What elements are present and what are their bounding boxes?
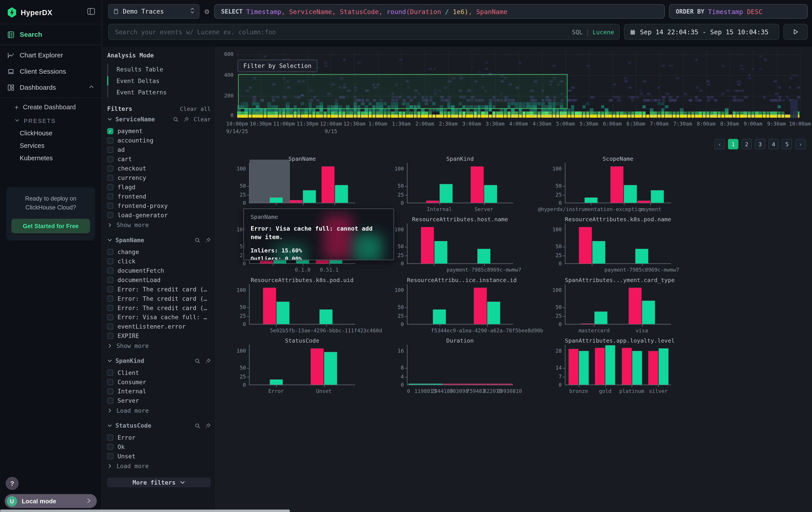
filter-option-currency[interactable]: currency bbox=[107, 173, 211, 183]
chart-plot[interactable]: InternalServer bbox=[407, 163, 513, 203]
page-button-2[interactable]: 2 bbox=[742, 139, 752, 150]
horizontal-scrollbar[interactable] bbox=[0, 510, 290, 512]
show-more-link[interactable]: Show more bbox=[107, 341, 211, 351]
filter-checkbox[interactable] bbox=[107, 137, 113, 143]
filter-option-error-visa-cache-full-[interactable]: Error: Visa cache full: … bbox=[107, 313, 211, 322]
chart-plot[interactable]: payment-7985c8969c-mwmw7 bbox=[565, 223, 671, 264]
filter-checkbox[interactable] bbox=[107, 314, 113, 320]
filter-section-name[interactable]: StatusCode bbox=[115, 422, 151, 429]
page-button-4[interactable]: 4 bbox=[768, 139, 779, 150]
filter-option-error[interactable]: Error bbox=[107, 433, 211, 442]
filter-checkbox[interactable] bbox=[107, 258, 113, 265]
chart-plot[interactable]: 0119881329441807030987594838220139993081… bbox=[407, 345, 513, 385]
filter-option-frontend-proxy[interactable]: frontend-proxy bbox=[107, 201, 211, 211]
filter-checkbox[interactable] bbox=[107, 434, 113, 440]
gear-icon[interactable]: ⚙ bbox=[203, 4, 210, 19]
filter-checkbox[interactable] bbox=[107, 203, 113, 209]
filter-option-checkout[interactable]: checkout bbox=[107, 164, 211, 173]
filter-checkbox[interactable] bbox=[107, 175, 113, 181]
search-icon[interactable] bbox=[173, 116, 178, 122]
filter-section-name[interactable]: SpanKind bbox=[115, 357, 144, 365]
get-started-button[interactable]: Get Started for Free bbox=[11, 219, 90, 233]
filter-checkbox[interactable] bbox=[107, 212, 113, 218]
chart-plot[interactable]: f5344ec9-a1ea-4290-a62a-78f5bee8d90b bbox=[407, 284, 513, 325]
chevron-down-icon[interactable] bbox=[107, 238, 112, 243]
chart-plot[interactable]: mastercardvisa bbox=[565, 284, 671, 325]
page-next-button[interactable]: › bbox=[795, 139, 806, 150]
load-more-link[interactable]: Load more bbox=[107, 461, 211, 471]
filter-option-ad[interactable]: ad bbox=[107, 145, 211, 155]
pin-icon[interactable] bbox=[183, 116, 189, 122]
filter-section-name[interactable]: ServiceName bbox=[115, 115, 155, 123]
order-by-box[interactable]: ORDER BY Timestamp DESC bbox=[669, 4, 808, 19]
filter-option-accounting[interactable]: accounting bbox=[107, 136, 211, 145]
clear-filter-button[interactable]: Clear bbox=[194, 116, 211, 123]
page-button-5[interactable]: 5 bbox=[782, 139, 792, 150]
search-icon[interactable] bbox=[195, 423, 201, 429]
filter-checkbox[interactable] bbox=[107, 295, 113, 302]
load-more-link[interactable]: Load more bbox=[107, 405, 211, 416]
filter-checkbox[interactable] bbox=[107, 286, 113, 292]
chart-plot[interactable]: ErrorUnset bbox=[249, 345, 355, 385]
chevron-down-icon[interactable] bbox=[107, 117, 112, 122]
filter-checkbox[interactable] bbox=[107, 388, 113, 395]
page-prev-button[interactable]: ‹ bbox=[715, 139, 725, 150]
analysis-mode-option-results-table[interactable]: Results Table bbox=[108, 64, 211, 75]
filter-checkbox[interactable] bbox=[107, 323, 113, 330]
create-dashboard-button[interactable]: + Create Dashboard bbox=[0, 100, 102, 114]
sidebar-item-search[interactable]: Search bbox=[0, 26, 102, 43]
filter-option-documentload[interactable]: documentLoad bbox=[107, 275, 211, 285]
filter-option-load-generator[interactable]: load-generator bbox=[107, 210, 211, 220]
filter-checkbox[interactable] bbox=[107, 147, 113, 153]
chart-plot[interactable]: bronzegoldplatinumsilver bbox=[565, 345, 671, 385]
filter-option-ok[interactable]: Ok bbox=[107, 442, 211, 452]
filter-option-unset[interactable]: Unset bbox=[107, 452, 211, 461]
filter-checkbox[interactable] bbox=[107, 305, 113, 311]
show-more-link[interactable]: Show more bbox=[107, 220, 211, 230]
filter-option-error-the-credit-card-[interactable]: Error: The credit card (… bbox=[107, 303, 211, 313]
filter-checkbox[interactable] bbox=[107, 379, 113, 385]
filter-option-internal[interactable]: Internal bbox=[107, 387, 211, 396]
filter-option-flagd[interactable]: flagd bbox=[107, 183, 211, 192]
search-icon[interactable] bbox=[195, 358, 201, 364]
filter-option-server[interactable]: Server bbox=[107, 396, 211, 405]
filter-option-frontend[interactable]: frontend bbox=[107, 192, 211, 201]
sidebar-item-chart-explorer[interactable]: Chart Explorer bbox=[0, 47, 102, 63]
filter-checkbox[interactable] bbox=[107, 333, 113, 339]
filter-checkbox[interactable] bbox=[107, 249, 113, 255]
chart-plot[interactable] bbox=[249, 163, 355, 203]
filter-checkbox[interactable] bbox=[107, 184, 113, 190]
sql-toggle[interactable]: SQL bbox=[572, 28, 583, 36]
date-range-picker[interactable]: Sep 14 22:04:35 - Sep 15 10:04:35 bbox=[624, 24, 779, 40]
filter-option-change[interactable]: change bbox=[107, 247, 211, 257]
search-input[interactable] bbox=[114, 28, 572, 36]
filter-checkbox[interactable] bbox=[107, 268, 113, 274]
help-button[interactable]: ? bbox=[6, 477, 19, 490]
filter-checkbox[interactable] bbox=[107, 165, 113, 172]
filter-option-error-the-credit-card-[interactable]: Error: The credit card (… bbox=[107, 294, 211, 303]
chevron-up-icon[interactable] bbox=[88, 83, 94, 91]
page-button-1[interactable]: 1 bbox=[728, 139, 738, 150]
sidebar-item-services[interactable]: Services bbox=[0, 139, 102, 152]
filter-checkbox[interactable] bbox=[107, 193, 113, 200]
pin-icon[interactable] bbox=[205, 358, 211, 364]
pin-icon[interactable] bbox=[205, 423, 211, 429]
filter-option-eventlistener-error[interactable]: eventListener.error bbox=[107, 322, 211, 331]
filter-option-cart[interactable]: cart bbox=[107, 155, 211, 164]
filter-option-consumer[interactable]: Consumer bbox=[107, 377, 211, 387]
pin-icon[interactable] bbox=[205, 237, 211, 243]
lucene-toggle[interactable]: Lucene bbox=[592, 28, 614, 36]
sidebar-collapse-icon[interactable] bbox=[87, 7, 95, 18]
filter-checkbox[interactable] bbox=[107, 277, 113, 283]
filter-checkbox[interactable]: ✓ bbox=[107, 128, 113, 134]
more-filters-button[interactable]: More filters bbox=[107, 478, 211, 487]
source-select[interactable]: Demo Traces bbox=[108, 4, 199, 19]
analysis-mode-option-event-patterns[interactable]: Event Patterns bbox=[108, 87, 211, 98]
filter-checkbox[interactable] bbox=[107, 453, 113, 459]
filter-checkbox[interactable] bbox=[107, 370, 113, 376]
filter-checkbox[interactable] bbox=[107, 398, 113, 404]
local-mode-menu[interactable]: U Local mode bbox=[5, 494, 97, 508]
search-icon[interactable] bbox=[195, 237, 201, 243]
filter-option-documentfetch[interactable]: documentFetch bbox=[107, 266, 211, 275]
filter-option-click[interactable]: click bbox=[107, 257, 211, 266]
